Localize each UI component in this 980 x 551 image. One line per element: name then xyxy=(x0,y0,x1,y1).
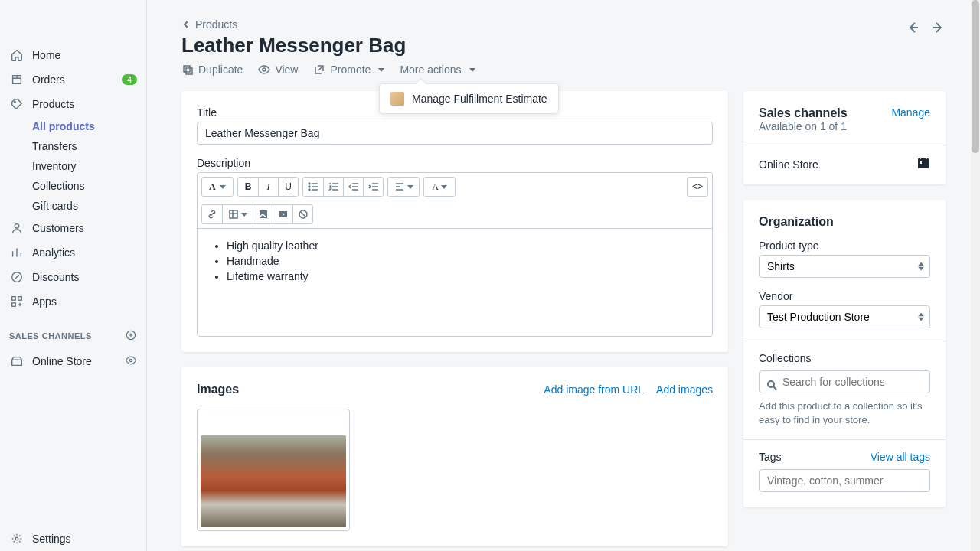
package-icon xyxy=(390,92,404,106)
product-type-select[interactable]: Shirts xyxy=(759,255,930,278)
scrollbar-thumb[interactable] xyxy=(972,0,979,153)
svg-rect-4 xyxy=(18,297,22,301)
bullet-list-button[interactable] xyxy=(303,178,323,196)
sub-gift-cards[interactable]: Gift cards xyxy=(32,196,146,216)
more-actions-button[interactable]: More actions xyxy=(400,64,475,76)
svg-point-13 xyxy=(309,186,310,187)
description-editor: A B I U xyxy=(197,172,713,337)
image-button[interactable] xyxy=(253,205,273,223)
code-button[interactable]: <> xyxy=(688,178,707,196)
prev-arrow-icon[interactable] xyxy=(906,20,921,35)
store-icon xyxy=(9,354,24,369)
title-card: Title Description A B I U xyxy=(181,91,728,352)
next-arrow-icon[interactable] xyxy=(930,20,946,35)
org-title: Organization xyxy=(759,215,930,229)
chevron-down-icon xyxy=(469,68,475,72)
images-card: Images Add image from URL Add images xyxy=(181,367,728,546)
images-title: Images xyxy=(197,383,239,396)
popover-label: Manage Fulfillment Estimate xyxy=(412,93,547,105)
customers-icon xyxy=(9,220,24,236)
duplicate-button[interactable]: Duplicate xyxy=(181,64,243,76)
outdent-button[interactable] xyxy=(343,178,363,196)
svg-rect-5 xyxy=(12,303,16,307)
nav-label: Discounts xyxy=(32,271,137,283)
title-input[interactable] xyxy=(197,122,713,145)
nav-customers[interactable]: Customers xyxy=(0,216,146,240)
add-channel-icon[interactable] xyxy=(125,329,137,343)
chevron-down-icon xyxy=(378,68,384,72)
search-icon xyxy=(766,380,777,390)
editor-body[interactable]: High quality leather Handmade Lifetime w… xyxy=(198,229,712,336)
sub-transfers[interactable]: Transfers xyxy=(32,136,146,156)
channels-title: Sales channels xyxy=(759,106,848,120)
vendor-label: Vendor xyxy=(759,290,930,302)
nav-settings[interactable]: Settings xyxy=(0,527,146,551)
number-list-button[interactable] xyxy=(323,178,343,196)
nav-label: Customers xyxy=(32,222,137,234)
color-dropdown[interactable]: A xyxy=(424,178,455,196)
svg-point-12 xyxy=(309,183,310,184)
channel-name: Online Store xyxy=(759,158,818,171)
breadcrumb[interactable]: Products xyxy=(181,18,406,31)
sub-inventory[interactable]: Inventory xyxy=(32,156,146,176)
fulfillment-popover[interactable]: Manage Fulfillment Estimate xyxy=(379,83,559,114)
view-button[interactable]: View xyxy=(258,64,298,76)
add-image-url-link[interactable]: Add image from URL xyxy=(544,383,644,396)
product-image xyxy=(201,435,346,527)
desc-bullet: Handmade xyxy=(227,255,698,267)
sub-collections[interactable]: Collections xyxy=(32,176,146,196)
nav-online-store[interactable]: Online Store xyxy=(0,349,146,373)
indent-button[interactable] xyxy=(363,178,383,196)
nav-products[interactable]: Products xyxy=(0,92,146,116)
chevron-left-icon xyxy=(181,20,191,29)
orders-badge: 4 xyxy=(122,74,137,85)
svg-rect-9 xyxy=(184,66,190,72)
nav-orders[interactable]: Orders 4 xyxy=(0,67,146,92)
clear-format-button[interactable] xyxy=(292,205,312,223)
svg-point-14 xyxy=(309,189,310,191)
table-dropdown[interactable] xyxy=(222,205,253,223)
nav-apps[interactable]: Apps xyxy=(0,289,146,314)
channels-sub: Available on 1 of 1 xyxy=(759,120,848,132)
description-label: Description xyxy=(197,157,713,169)
link-button[interactable] xyxy=(202,205,222,223)
nav-label: Home xyxy=(32,49,137,61)
view-all-tags-link[interactable]: View all tags xyxy=(871,451,930,463)
product-image-thumb[interactable] xyxy=(197,409,350,531)
nav-label: Online Store xyxy=(32,355,125,367)
nav-label: Analytics xyxy=(32,246,137,259)
collections-search[interactable] xyxy=(759,370,930,393)
tags-label: Tags xyxy=(759,451,782,463)
svg-point-17 xyxy=(261,212,263,214)
view-store-icon[interactable] xyxy=(125,354,137,369)
video-button[interactable] xyxy=(273,205,292,223)
italic-button[interactable]: I xyxy=(258,178,278,196)
promote-button[interactable]: Promote xyxy=(313,64,384,76)
align-dropdown[interactable] xyxy=(388,178,419,196)
vendor-select[interactable]: Test Production Store xyxy=(759,305,930,328)
nav-home[interactable]: Home xyxy=(0,43,146,67)
product-type-label: Product type xyxy=(759,240,930,252)
nav-label: Apps xyxy=(32,295,137,308)
underline-button[interactable]: U xyxy=(278,178,298,196)
svg-point-7 xyxy=(129,359,132,361)
breadcrumb-label: Products xyxy=(195,18,237,31)
bold-button[interactable]: B xyxy=(238,178,258,196)
tags-input[interactable] xyxy=(759,469,930,492)
nav-analytics[interactable]: Analytics xyxy=(0,240,146,265)
svg-point-8 xyxy=(15,537,18,540)
channels-section: SALES CHANNELS xyxy=(0,323,146,349)
scrollbar[interactable] xyxy=(971,0,980,551)
products-icon xyxy=(9,96,24,112)
format-dropdown[interactable]: A xyxy=(202,178,233,196)
nav-label: Settings xyxy=(32,533,137,545)
collections-label: Collections xyxy=(759,352,930,364)
eye-icon xyxy=(258,64,270,76)
nav-discounts[interactable]: Discounts xyxy=(0,265,146,289)
add-images-link[interactable]: Add images xyxy=(656,383,713,396)
sub-all-products[interactable]: All products xyxy=(32,116,146,136)
discounts-icon xyxy=(9,269,24,285)
manage-channels-link[interactable]: Manage xyxy=(891,106,930,119)
external-link-icon xyxy=(313,64,325,76)
calendar-icon[interactable] xyxy=(916,156,930,172)
